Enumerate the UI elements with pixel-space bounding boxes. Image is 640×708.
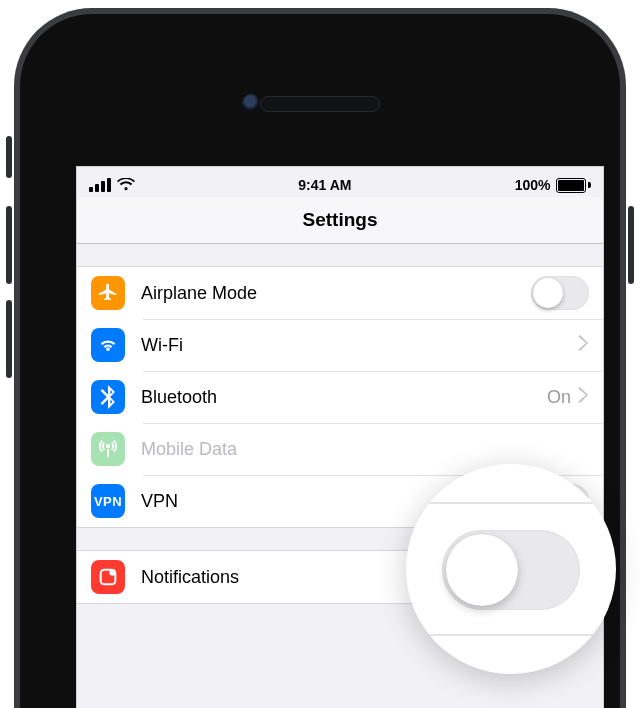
row-wifi[interactable]: Wi-Fi <box>77 319 603 371</box>
battery-percent: 100% <box>515 177 551 193</box>
row-label: Mobile Data <box>141 439 589 460</box>
row-bluetooth[interactable]: Bluetooth On <box>77 371 603 423</box>
vpn-icon: VPN <box>91 484 125 518</box>
chevron-right-icon <box>577 334 589 356</box>
earpiece-speaker <box>260 96 380 112</box>
airplane-icon <box>91 276 125 310</box>
nav-bar: Settings <box>77 197 603 244</box>
status-bar: 9:41 AM 100% <box>77 167 603 197</box>
svg-point-1 <box>109 569 115 575</box>
wifi-settings-icon <box>91 328 125 362</box>
airplane-toggle[interactable] <box>531 276 589 310</box>
phone-mute-switch <box>6 136 12 178</box>
row-airplane-mode[interactable]: Airplane Mode <box>77 267 603 319</box>
phone-volume-up <box>6 206 12 284</box>
notifications-icon <box>91 560 125 594</box>
row-label: Wi-Fi <box>141 335 577 356</box>
phone-power-button <box>628 206 634 284</box>
cellular-signal-icon <box>89 178 111 192</box>
bluetooth-icon <box>91 380 125 414</box>
battery-icon <box>556 178 591 193</box>
status-time: 9:41 AM <box>298 177 351 193</box>
row-label: Airplane Mode <box>141 283 531 304</box>
chevron-right-icon <box>577 386 589 408</box>
zoom-callout-vpn-toggle <box>406 464 616 674</box>
row-label: Bluetooth <box>141 387 547 408</box>
wifi-icon <box>117 178 135 192</box>
page-title: Settings <box>303 209 378 231</box>
phone-volume-down <box>6 300 12 378</box>
row-value: On <box>547 387 571 408</box>
front-camera <box>242 94 260 112</box>
group-spacer <box>77 244 603 266</box>
vpn-toggle-zoomed <box>442 530 580 610</box>
mobile-data-icon <box>91 432 125 466</box>
